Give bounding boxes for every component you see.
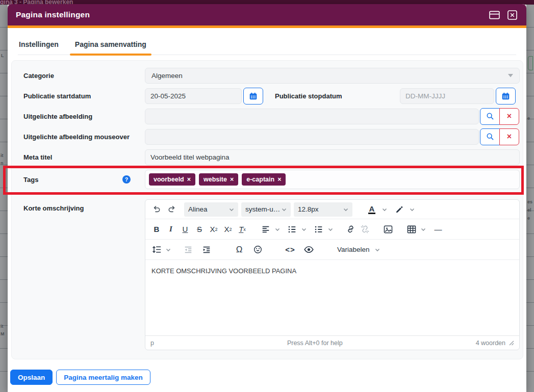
chevron-down-icon[interactable]: [328, 227, 333, 231]
tab-instellingen[interactable]: Instellingen: [18, 38, 60, 55]
page-settings-modal: Pagina instellingen Instellingen Pagina …: [8, 4, 526, 392]
clear-x-icon: ×: [507, 112, 512, 121]
tag-pill: e-captain ×: [242, 173, 286, 186]
italic-icon[interactable]: I: [165, 223, 177, 236]
categorie-select[interactable]: Algemeen: [145, 68, 520, 84]
accent-bar: [8, 25, 526, 28]
row-description: Korte omschrijving Alinea: [12, 199, 523, 350]
stop-date-input[interactable]: [400, 88, 494, 104]
clear-formatting-icon[interactable]: Tx: [236, 223, 248, 236]
undo-icon[interactable]: [150, 203, 163, 216]
preview-eye-icon[interactable]: [302, 244, 315, 256]
modal-header: Pagina instellingen: [8, 4, 526, 25]
font-family-dropdown[interactable]: system-ui,-ap...: [241, 202, 291, 217]
editor-content-area[interactable]: KORTE OMSCHRIJVING VOORBEELD PAGINA: [145, 260, 519, 335]
featured-image-label: Uitgelichte afbeelding: [23, 113, 145, 120]
strikethrough-icon[interactable]: S: [193, 223, 206, 236]
modal-footer: Opslaan Pagina meertalig maken: [10, 370, 150, 385]
chevron-down-icon: [282, 207, 287, 212]
tags-label: Tags: [23, 176, 38, 184]
caret-down-icon: [508, 74, 513, 77]
outdent-icon[interactable]: [182, 244, 194, 256]
tag-remove-icon[interactable]: ×: [277, 176, 281, 183]
font-size-dropdown[interactable]: 12.8px: [294, 202, 352, 217]
ordered-list-icon[interactable]: [286, 223, 298, 236]
editor-help-text: Press Alt+0 for help: [154, 339, 476, 347]
tag-label: website: [204, 176, 227, 183]
font-size-value: 12.8px: [298, 205, 319, 213]
special-character-icon[interactable]: Ω: [233, 244, 245, 256]
window-restore-icon[interactable]: [489, 11, 500, 19]
tab-pagina-samenvatting[interactable]: Pagina samenvatting: [74, 38, 147, 55]
chevron-down-icon[interactable]: [166, 248, 171, 252]
tab-bar: Instellingen Pagina samenvatting: [18, 38, 516, 55]
tags-label-wrap: Tags ?: [23, 175, 145, 184]
calendar-icon: [249, 92, 258, 100]
save-button[interactable]: Opslaan: [10, 370, 53, 385]
superscript-icon[interactable]: X2: [222, 223, 234, 236]
tag-remove-icon[interactable]: ×: [187, 176, 191, 183]
featured-image-search-button[interactable]: [480, 108, 500, 125]
chevron-down-icon[interactable]: [375, 248, 380, 252]
background-color-pen-icon[interactable]: [393, 203, 405, 216]
indent-icon[interactable]: [200, 244, 213, 256]
horizontal-rule-icon[interactable]: —: [432, 223, 444, 236]
emoji-icon[interactable]: [251, 244, 264, 256]
row-featured-image: Uitgelichte afbeelding ×: [12, 106, 523, 126]
tags-input-field[interactable]: voorbeeld × website × e-captain ×: [145, 170, 520, 189]
featured-image-mouseover-label: Uitgelichte afbeelding mouseover: [23, 133, 145, 141]
featured-image-input[interactable]: [145, 109, 479, 124]
block-format-dropdown[interactable]: Alinea: [184, 202, 238, 217]
tag-remove-icon[interactable]: ×: [230, 176, 234, 183]
underline-icon[interactable]: U: [179, 223, 191, 236]
variables-dropdown[interactable]: Variabelen: [335, 244, 372, 256]
featured-image-mouseover-input[interactable]: [145, 129, 479, 145]
help-icon[interactable]: ?: [122, 175, 131, 184]
resize-handle-icon[interactable]: [508, 340, 514, 346]
bold-icon[interactable]: B: [150, 223, 163, 236]
calendar-icon: [501, 92, 510, 100]
editor-toolbar-row-3: Ω <> Variabelen: [145, 240, 519, 260]
start-date-input[interactable]: [145, 88, 242, 104]
redo-icon[interactable]: [166, 203, 178, 216]
search-icon: [486, 112, 494, 120]
featured-image-mouseover-clear-button[interactable]: ×: [499, 128, 519, 145]
row-meta-title: Meta titel: [12, 147, 523, 167]
chevron-down-icon[interactable]: [410, 207, 415, 212]
clear-x-icon: ×: [507, 132, 512, 141]
start-date-calendar-button[interactable]: [243, 88, 263, 104]
unlink-icon[interactable]: [359, 223, 371, 236]
chevron-down-icon[interactable]: [301, 227, 307, 231]
element-path[interactable]: p: [150, 339, 154, 347]
meta-title-label: Meta titel: [23, 153, 145, 161]
row-tags: Tags ? voorbeeld × website × e-captain: [12, 167, 523, 192]
link-icon[interactable]: [344, 223, 357, 236]
variables-label: Variabelen: [337, 246, 370, 253]
meta-title-input[interactable]: [145, 149, 520, 165]
editor-toolbar-row-1: Alinea system-ui,-ap... 12.8px: [145, 200, 519, 219]
background-green-button-fragment: [528, 56, 533, 70]
editor-toolbar-row-2: B I U S X2 X2 Tx: [145, 219, 519, 240]
word-count[interactable]: 4 woorden: [476, 339, 505, 347]
settings-form-panel: Categorie Algemeen Publicatie startdatum…: [11, 60, 523, 359]
close-icon[interactable]: [507, 10, 517, 20]
chevron-down-icon[interactable]: [382, 207, 387, 212]
chevron-down-icon[interactable]: [421, 227, 426, 231]
search-icon: [486, 133, 494, 141]
make-page-multilingual-button[interactable]: Pagina meertalig maken: [56, 370, 150, 385]
bullet-list-icon[interactable]: [313, 223, 325, 236]
line-height-icon[interactable]: [150, 244, 163, 256]
subscript-icon[interactable]: X2: [208, 223, 220, 236]
align-left-icon[interactable]: [260, 223, 272, 236]
image-icon[interactable]: [382, 223, 394, 236]
chevron-down-icon: [343, 207, 348, 212]
stop-date-calendar-button[interactable]: [496, 88, 516, 104]
text-color-icon[interactable]: A: [366, 203, 378, 216]
categorie-label: Categorie: [23, 72, 145, 80]
row-publicatie-datum: Publicatie startdatum Publicatie stopdat…: [12, 86, 523, 106]
chevron-down-icon[interactable]: [275, 227, 280, 231]
featured-image-mouseover-search-button[interactable]: [480, 128, 500, 145]
table-icon[interactable]: [405, 223, 418, 236]
featured-image-clear-button[interactable]: ×: [499, 108, 519, 125]
source-code-icon[interactable]: <>: [284, 244, 296, 256]
